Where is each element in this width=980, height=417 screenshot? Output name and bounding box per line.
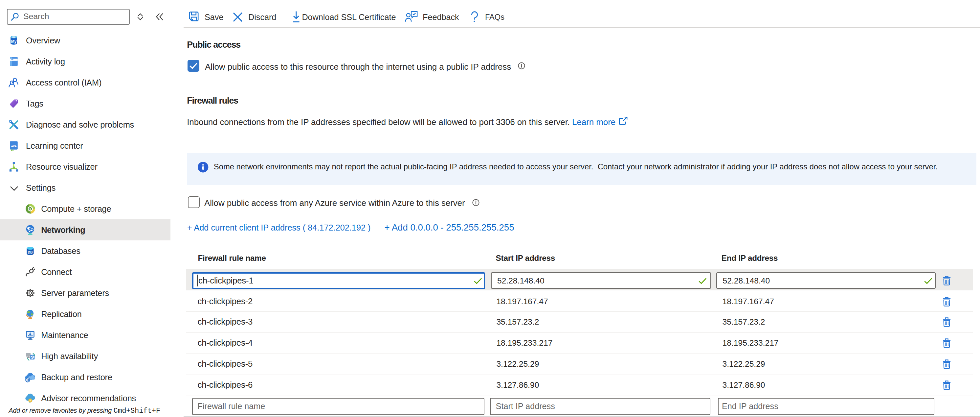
svg-text:101: 101 [11,144,17,147]
svg-text:DB: DB [28,251,33,254]
svg-text:My: My [11,39,17,44]
svg-text:$: $ [29,208,31,211]
